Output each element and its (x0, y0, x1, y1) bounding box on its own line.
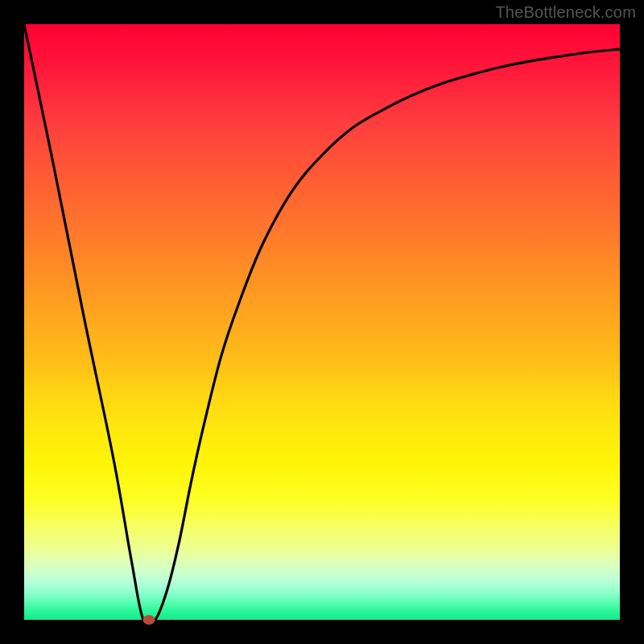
watermark-text: TheBottleneck.com (495, 3, 636, 22)
bottleneck-curve (24, 24, 620, 620)
chart-frame: TheBottleneck.com (0, 0, 644, 644)
plot-area (24, 24, 620, 620)
curve-path (24, 24, 620, 620)
optimal-point-marker (143, 615, 155, 625)
